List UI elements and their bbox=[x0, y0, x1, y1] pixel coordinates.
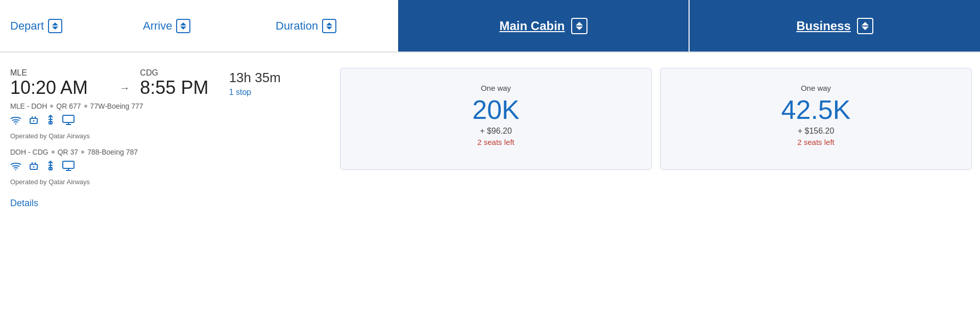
depart-label: Depart bbox=[10, 19, 44, 33]
flight-info: MLE 10:20 AM → CDG 8:55 PM 13h 35m 1 sto… bbox=[0, 63, 332, 214]
svg-marker-4 bbox=[326, 22, 332, 26]
flight-results-container: Depart Arrive bbox=[0, 0, 980, 323]
arrive-time: 8:55 PM bbox=[140, 78, 208, 98]
business-one-way-label: One way bbox=[801, 84, 831, 92]
svg-marker-5 bbox=[326, 27, 332, 30]
dot1a bbox=[50, 105, 53, 108]
segment2-aircraft-text: 788-Boeing 787 bbox=[87, 148, 138, 156]
segment2-route: DOH - CDG QR 37 788-Boeing 787 bbox=[10, 148, 322, 156]
depart-header[interactable]: Depart bbox=[0, 0, 133, 52]
arrive-sort-button[interactable]: Arrive bbox=[143, 19, 190, 33]
segment2-operator: Operated by Qatar Airways bbox=[10, 178, 322, 186]
svg-point-14 bbox=[33, 120, 35, 121]
header-row: Depart Arrive bbox=[0, 0, 980, 53]
arrow-right-icon: → bbox=[119, 82, 130, 94]
duration-label: Duration bbox=[276, 19, 318, 33]
main-cabin-sort-icon bbox=[571, 18, 587, 34]
price-section: One way 20K + $96.20 2 seats left One wa… bbox=[332, 63, 980, 175]
business-miles: 42.5K bbox=[781, 95, 851, 124]
svg-marker-6 bbox=[576, 22, 583, 26]
business-header[interactable]: Business bbox=[689, 0, 980, 52]
main-cabin-seats-left: 2 seats left bbox=[477, 138, 514, 146]
business-sort-icon bbox=[857, 18, 873, 34]
svg-point-21 bbox=[15, 169, 16, 170]
svg-marker-1 bbox=[52, 27, 58, 30]
content-row: MLE 10:20 AM → CDG 8:55 PM 13h 35m 1 sto… bbox=[0, 53, 980, 323]
main-cabin-miles: 20K bbox=[472, 95, 520, 124]
segment1-route: MLE - DOH QR 677 77W-Boeing 777 bbox=[10, 102, 322, 110]
duration-header[interactable]: Duration bbox=[265, 0, 398, 52]
depart-time: 10:20 AM bbox=[10, 78, 119, 98]
segment1-operator: Operated by Qatar Airways bbox=[10, 132, 322, 140]
svg-point-25 bbox=[33, 166, 35, 167]
segment1-route-text: MLE - DOH bbox=[10, 102, 47, 110]
business-card[interactable]: One way 42.5K + $156.20 2 seats left bbox=[660, 68, 972, 170]
screen-icon-2 bbox=[62, 161, 75, 173]
svg-marker-9 bbox=[862, 27, 869, 30]
dot2a bbox=[52, 151, 55, 154]
arrive-header[interactable]: Arrive bbox=[133, 0, 265, 52]
usb-icon bbox=[46, 114, 55, 128]
arrive-label: Arrive bbox=[143, 19, 172, 33]
screen-icon bbox=[62, 115, 75, 128]
segment1-amenities bbox=[10, 114, 322, 128]
svg-rect-18 bbox=[63, 115, 74, 122]
svg-marker-7 bbox=[576, 27, 583, 30]
depart-sort-button[interactable]: Depart bbox=[10, 19, 62, 33]
depart-info: MLE 10:20 AM bbox=[10, 68, 119, 98]
wifi-icon-2 bbox=[10, 161, 21, 173]
business-seats-left: 2 seats left bbox=[797, 138, 835, 146]
main-cabin-label: Main Cabin bbox=[499, 19, 565, 33]
svg-marker-3 bbox=[180, 27, 186, 30]
business-sort-button[interactable]: Business bbox=[796, 18, 873, 34]
dot1b bbox=[84, 105, 87, 108]
depart-airport-code: MLE bbox=[10, 68, 119, 78]
segment2-amenities bbox=[10, 160, 322, 174]
svg-marker-0 bbox=[52, 22, 58, 26]
route-header: MLE 10:20 AM → CDG 8:55 PM 13h 35m 1 sto… bbox=[10, 68, 322, 98]
main-cabin-one-way-label: One way bbox=[481, 84, 511, 92]
main-cabin-card[interactable]: One way 20K + $96.20 2 seats left bbox=[340, 68, 652, 170]
power-icon bbox=[29, 114, 39, 128]
stops-text: 1 stop bbox=[229, 88, 322, 97]
segment1-flight-text: QR 677 bbox=[56, 102, 81, 110]
business-cash: + $156.20 bbox=[798, 127, 835, 136]
svg-marker-2 bbox=[180, 22, 186, 26]
main-cabin-sort-button[interactable]: Main Cabin bbox=[499, 18, 587, 34]
segment2-flight-text: QR 37 bbox=[58, 148, 78, 156]
arrive-info: → CDG 8:55 PM bbox=[119, 68, 229, 98]
duration-info: 13h 35m 1 stop bbox=[229, 68, 322, 97]
svg-marker-8 bbox=[862, 22, 869, 26]
main-cabin-cash: + $96.20 bbox=[480, 127, 512, 136]
svg-point-10 bbox=[15, 123, 16, 124]
depart-sort-icon bbox=[48, 19, 62, 33]
duration-sort-icon bbox=[322, 19, 336, 33]
usb-icon-2 bbox=[46, 160, 55, 174]
segment1-aircraft-text: 77W-Boeing 777 bbox=[90, 102, 143, 110]
arrive-airport-code: CDG bbox=[140, 68, 208, 78]
svg-rect-29 bbox=[63, 161, 74, 168]
dot2b bbox=[81, 151, 84, 154]
segment2-route-text: DOH - CDG bbox=[10, 148, 48, 156]
power-icon-2 bbox=[29, 160, 39, 174]
business-label: Business bbox=[796, 19, 851, 33]
duration-time: 13h 35m bbox=[229, 70, 322, 86]
duration-sort-button[interactable]: Duration bbox=[276, 19, 336, 33]
main-cabin-header[interactable]: Main Cabin bbox=[398, 0, 689, 52]
details-link[interactable]: Details bbox=[10, 198, 38, 209]
wifi-icon bbox=[10, 115, 21, 127]
arrive-sort-icon bbox=[176, 19, 190, 33]
